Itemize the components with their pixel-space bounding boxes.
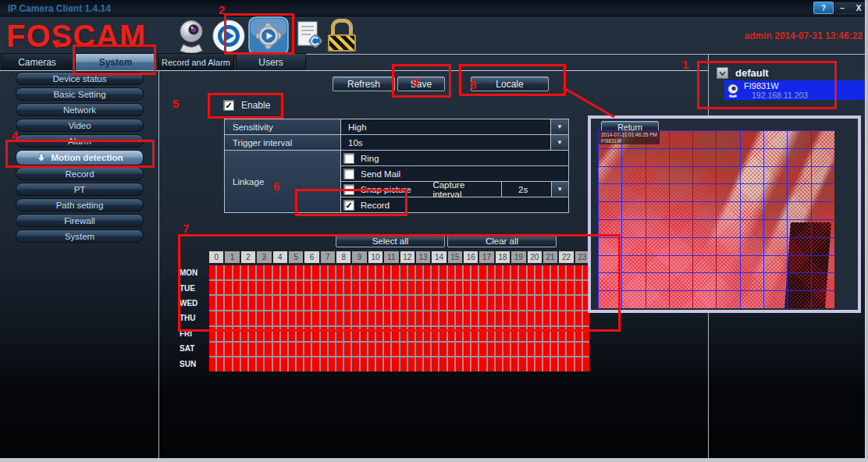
schedule-cell-sun-45[interactable]: [567, 357, 573, 371]
schedule-cell-sat-44[interactable]: [559, 343, 565, 357]
schedule-cell-fri-11[interactable]: [297, 327, 303, 341]
schedule-cell-thu-19[interactable]: [361, 311, 367, 325]
schedule-cell-thu-14[interactable]: [321, 311, 327, 325]
schedule-cell-sat-8[interactable]: [273, 343, 279, 357]
schedule-cell-mon-38[interactable]: [511, 265, 518, 279]
schedule-cell-sun-20[interactable]: [368, 357, 375, 371]
hour-header-10[interactable]: 10: [368, 251, 382, 263]
schedule-cell-wed-41[interactable]: [535, 296, 542, 310]
schedule-cell-thu-44[interactable]: [559, 311, 565, 325]
schedule-cell-wed-30[interactable]: [448, 296, 454, 310]
trigger-interval-select[interactable]: 10s ▼: [341, 135, 568, 150]
schedule-cell-mon-4[interactable]: [241, 265, 247, 279]
schedule-cell-mon-35[interactable]: [488, 265, 494, 279]
schedule-cell-mon-16[interactable]: [336, 265, 343, 279]
schedule-cell-wed-29[interactable]: [439, 296, 446, 310]
schedule-grid[interactable]: [209, 265, 589, 371]
schedule-cell-mon-33[interactable]: [471, 265, 478, 279]
schedule-cell-fri-14[interactable]: [321, 327, 327, 341]
schedule-cell-fri-2[interactable]: [225, 327, 231, 341]
schedule-cell-mon-37[interactable]: [503, 265, 510, 279]
schedule-cell-sun-12[interactable]: [304, 357, 311, 371]
schedule-cell-sun-30[interactable]: [448, 357, 454, 371]
schedule-cell-sun-19[interactable]: [361, 357, 367, 371]
schedule-cell-tue-34[interactable]: [479, 281, 486, 295]
schedule-cell-wed-6[interactable]: [257, 296, 263, 310]
schedule-cell-sun-47[interactable]: [583, 357, 589, 371]
schedule-cell-fri-39[interactable]: [519, 327, 525, 341]
schedule-cell-fri-31[interactable]: [456, 327, 462, 341]
schedule-cell-fri-44[interactable]: [559, 327, 565, 341]
schedule-cell-wed-16[interactable]: [336, 296, 343, 310]
schedule-cell-wed-37[interactable]: [503, 296, 510, 310]
schedule-cell-sat-27[interactable]: [424, 343, 430, 357]
schedule-cell-mon-24[interactable]: [400, 265, 407, 279]
ring-checkbox[interactable]: [343, 153, 354, 164]
schedule-cell-mon-21[interactable]: [376, 265, 382, 279]
schedule-cell-mon-15[interactable]: [329, 265, 335, 279]
schedule-cell-sun-46[interactable]: [575, 357, 582, 371]
schedule-cell-fri-34[interactable]: [479, 327, 486, 341]
schedule-cell-sat-22[interactable]: [384, 343, 390, 357]
schedule-cell-sun-10[interactable]: [289, 357, 295, 371]
schedule-cell-sat-28[interactable]: [432, 343, 438, 357]
schedule-cell-sun-13[interactable]: [312, 357, 318, 371]
schedule-cell-wed-23[interactable]: [392, 296, 398, 310]
schedule-cell-tue-4[interactable]: [241, 281, 247, 295]
schedule-cell-sun-28[interactable]: [432, 357, 438, 371]
sidebar-item-firewall[interactable]: Firewall: [16, 214, 144, 227]
schedule-cell-wed-20[interactable]: [368, 296, 375, 310]
schedule-cell-wed-12[interactable]: [304, 296, 311, 310]
schedule-cell-sat-20[interactable]: [368, 343, 375, 357]
schedule-cell-sat-43[interactable]: [551, 343, 557, 357]
schedule-cell-tue-23[interactable]: [392, 281, 398, 295]
schedule-cell-mon-23[interactable]: [392, 265, 398, 279]
schedule-cell-sun-5[interactable]: [249, 357, 255, 371]
schedule-cell-sat-46[interactable]: [575, 343, 582, 357]
schedule-cell-tue-44[interactable]: [559, 281, 565, 295]
schedule-cell-thu-1[interactable]: [217, 311, 223, 325]
schedule-cell-tue-7[interactable]: [265, 281, 271, 295]
schedule-cell-fri-15[interactable]: [329, 327, 335, 341]
schedule-cell-mon-13[interactable]: [312, 265, 318, 279]
schedule-cell-sat-12[interactable]: [304, 343, 311, 357]
schedule-cell-fri-4[interactable]: [241, 327, 247, 341]
schedule-cell-wed-10[interactable]: [289, 296, 295, 310]
schedule-cell-fri-16[interactable]: [336, 327, 343, 341]
schedule-cell-wed-13[interactable]: [312, 296, 318, 310]
schedule-cell-wed-2[interactable]: [225, 296, 231, 310]
schedule-cell-wed-32[interactable]: [464, 296, 470, 310]
schedule-cell-tue-36[interactable]: [496, 281, 502, 295]
sensitivity-select[interactable]: High ▼: [341, 119, 568, 134]
schedule-cell-fri-6[interactable]: [257, 327, 263, 341]
schedule-cell-thu-23[interactable]: [392, 311, 398, 325]
schedule-cell-sun-16[interactable]: [336, 357, 343, 371]
schedule-cell-sat-37[interactable]: [503, 343, 510, 357]
schedule-cell-tue-31[interactable]: [456, 281, 462, 295]
schedule-cell-thu-31[interactable]: [456, 311, 462, 325]
schedule-cell-tue-46[interactable]: [575, 281, 582, 295]
schedule-cell-sun-43[interactable]: [551, 357, 557, 371]
schedule-cell-tue-26[interactable]: [416, 281, 422, 295]
schedule-cell-fri-27[interactable]: [424, 327, 430, 341]
hour-header-6[interactable]: 6: [304, 251, 318, 263]
schedule-cell-mon-2[interactable]: [225, 265, 231, 279]
schedule-cell-fri-21[interactable]: [376, 327, 382, 341]
schedule-cell-tue-27[interactable]: [424, 281, 430, 295]
schedule-cell-thu-9[interactable]: [281, 311, 287, 325]
schedule-cell-sat-45[interactable]: [567, 343, 573, 357]
schedule-cell-thu-22[interactable]: [384, 311, 390, 325]
schedule-cell-fri-33[interactable]: [471, 327, 478, 341]
sidebar-item-motion-detection[interactable]: Motion detection: [16, 150, 144, 165]
camera-tree-selected-row[interactable]: FI9831W 192.168.11.203: [724, 80, 865, 100]
schedule-cell-mon-36[interactable]: [496, 265, 502, 279]
schedule-cell-sun-24[interactable]: [400, 357, 407, 371]
schedule-cell-thu-27[interactable]: [424, 311, 430, 325]
schedule-cell-wed-43[interactable]: [551, 296, 557, 310]
hour-header-13[interactable]: 13: [416, 251, 430, 263]
schedule-cell-sun-34[interactable]: [479, 357, 486, 371]
schedule-cell-mon-27[interactable]: [424, 265, 430, 279]
schedule-cell-thu-11[interactable]: [297, 311, 303, 325]
hour-header-22[interactable]: 22: [559, 251, 573, 263]
schedule-cell-thu-47[interactable]: [583, 311, 589, 325]
